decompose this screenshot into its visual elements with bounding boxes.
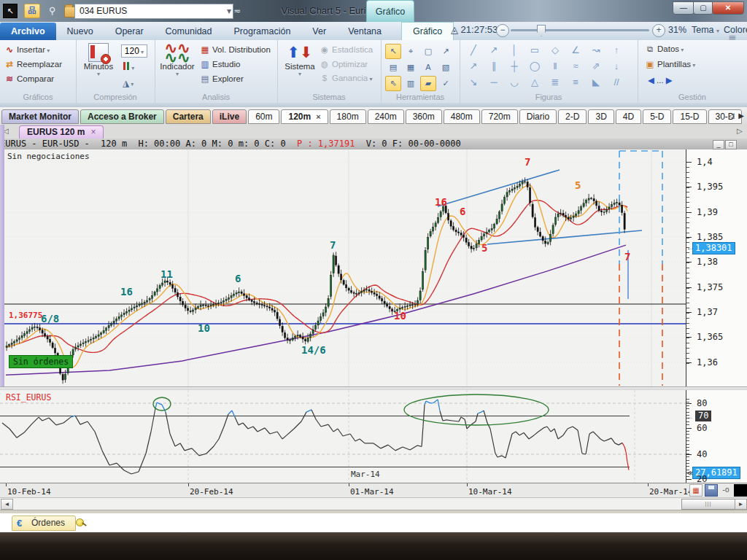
scrollbar-thumb[interactable]: ||| bbox=[681, 499, 735, 510]
tool-icon-10[interactable]: ▰ bbox=[420, 76, 436, 91]
timeframe-tab-15-d[interactable]: 15-D bbox=[673, 109, 706, 124]
timeframe-tab-180m[interactable]: 180m bbox=[330, 109, 366, 124]
figure-tool-icon-22[interactable]: ◣ bbox=[587, 75, 605, 90]
figure-tool-icon-0[interactable]: ╱ bbox=[464, 43, 483, 58]
chart-type-dropdown[interactable]: ◮▾ bbox=[123, 78, 133, 88]
figure-tool-icon-4[interactable]: ◇ bbox=[546, 43, 565, 58]
bar-style-dropdown[interactable]: ▾ bbox=[123, 62, 134, 72]
tool-icon-5[interactable]: ▦ bbox=[403, 60, 419, 75]
rsi-pane[interactable]: Mar-14 bbox=[0, 390, 686, 483]
zoom-in-button[interactable]: + bbox=[652, 24, 665, 37]
zoom-out-button[interactable]: − bbox=[496, 24, 509, 37]
workspace-tab-acceso-a-broker[interactable]: Acceso a Broker bbox=[80, 109, 164, 124]
quick-access-icon[interactable]: ≂ bbox=[233, 6, 241, 16]
figure-tool-icon-23[interactable]: // bbox=[607, 75, 626, 90]
figure-tool-icon-8[interactable]: ↗ bbox=[464, 59, 483, 74]
figure-tool-icon-3[interactable]: ▭ bbox=[525, 43, 544, 58]
ribbon-ganancia-button[interactable]: $Ganancia ▾ bbox=[320, 74, 372, 82]
context-tab-grafico[interactable]: Gráfico bbox=[366, 0, 414, 23]
figure-tool-icon-16[interactable]: ↘ bbox=[464, 75, 483, 90]
ribbon-vol--distribution-button[interactable]: ▦Vol. Distribution bbox=[200, 44, 271, 55]
black-square-icon[interactable] bbox=[734, 484, 747, 497]
timeframe-tab-5-d[interactable]: 5-D bbox=[643, 109, 671, 124]
figure-tool-icon-19[interactable]: △ bbox=[525, 75, 544, 90]
workspace-icon[interactable]: 品 bbox=[24, 4, 40, 18]
menu-tab-operar[interactable]: Operar bbox=[104, 23, 155, 41]
doc-scroll-right-icon[interactable]: ▷ bbox=[737, 127, 743, 135]
timeframe-tab-480m[interactable]: 480m bbox=[444, 109, 480, 124]
ribbon-estudio-button[interactable]: ▥Estudio bbox=[200, 59, 240, 69]
timeframe-tab-2-d[interactable]: 2-D bbox=[558, 109, 587, 124]
tool-icon-4[interactable]: ▤ bbox=[385, 60, 401, 75]
figure-tool-icon-17[interactable]: ─ bbox=[484, 75, 503, 90]
figure-tool-icon-10[interactable]: ┼ bbox=[505, 59, 524, 74]
timeframe-tab-60m[interactable]: 60m bbox=[248, 109, 279, 124]
timeframe-tab-360m[interactable]: 360m bbox=[406, 109, 442, 124]
tool-icon-8[interactable]: ⇖ bbox=[385, 76, 401, 91]
menu-tab-nuevo[interactable]: Nuevo bbox=[56, 23, 104, 41]
document-tab-close-icon[interactable]: × bbox=[90, 127, 96, 137]
figure-tool-icon-15[interactable]: ↓ bbox=[607, 59, 626, 74]
figure-tool-icon-20[interactable]: ≣ bbox=[546, 75, 565, 90]
combo-dropdown-icon[interactable]: ▾ bbox=[227, 4, 231, 18]
tool-icon-2[interactable]: ▢ bbox=[420, 44, 436, 59]
save-chart-icon[interactable] bbox=[705, 484, 718, 497]
ribbon-plantillas-dropdown[interactable]: ▣Plantillas ▾ bbox=[645, 59, 695, 69]
system-button[interactable]: ⬆⬇Sistema▾ bbox=[280, 43, 320, 77]
chart-pane-controls[interactable]: _□× bbox=[712, 140, 747, 148]
workspace-tab-ilive[interactable]: iLive bbox=[212, 109, 247, 124]
tool-icon-9[interactable]: ▥ bbox=[403, 76, 419, 91]
document-tab-eurus[interactable]: EURUS 120 m× bbox=[19, 125, 104, 139]
figure-tool-icon-5[interactable]: ∠ bbox=[566, 43, 585, 58]
rsi-chart[interactable]: Mar-14 bbox=[0, 390, 686, 483]
figure-tool-icon-6[interactable]: ↝ bbox=[587, 43, 605, 58]
timeframe-tab-3d[interactable]: 3D bbox=[588, 109, 614, 124]
figure-tool-icon-13[interactable]: ≈ bbox=[566, 59, 585, 74]
timeframe-tab-240m[interactable]: 240m bbox=[368, 109, 404, 124]
figure-tool-icon-21[interactable]: ≡ bbox=[566, 75, 585, 90]
figure-tool-icon-2[interactable]: │ bbox=[505, 43, 524, 58]
figure-tool-icon-12[interactable]: ‖ bbox=[546, 59, 565, 74]
timeframe-tab-120m[interactable]: 120m× bbox=[281, 109, 328, 124]
ribbon-reemplazar-button[interactable]: ⇄Reemplazar bbox=[4, 59, 62, 69]
figure-tool-icon-11[interactable]: ◯ bbox=[525, 59, 544, 74]
chart-type-icon[interactable]: ▦ bbox=[689, 484, 703, 497]
menu-tab-programación[interactable]: Programación bbox=[223, 23, 302, 41]
tool-icon-6[interactable]: A bbox=[420, 60, 436, 75]
ribbon-insertar-button[interactable]: ∿Insertar ▾ bbox=[4, 44, 50, 55]
ribbon-datos-dropdown[interactable]: ⧉Datos ▾ bbox=[645, 44, 684, 54]
tool-icon-0[interactable]: ↖ bbox=[385, 44, 401, 59]
figure-tool-icon-9[interactable]: ∥ bbox=[484, 59, 503, 74]
timeframe-tab-4d[interactable]: 4D bbox=[616, 109, 641, 124]
timeframe-tab-diario[interactable]: Diario bbox=[519, 109, 557, 124]
rsi-axis[interactable]: ← 70 ≪ 27,61891 80604020 bbox=[686, 390, 747, 483]
menu-tab-comunidad[interactable]: Comunidad bbox=[155, 23, 223, 41]
gestion-nav[interactable]: ◀ ... ▶ bbox=[648, 75, 673, 85]
pin-icon[interactable]: -o bbox=[720, 484, 732, 495]
horizontal-scrollbar[interactable] bbox=[0, 497, 747, 510]
price-axis[interactable]: ← 1,38301 1,41,3951,391,3851,381,3751,37… bbox=[686, 149, 747, 386]
tool-icon-11[interactable]: ✓ bbox=[438, 76, 454, 91]
ribbon-comparar-button[interactable]: ≋Comparar bbox=[4, 74, 54, 84]
maximize-button[interactable]: ▢ bbox=[693, 1, 713, 15]
indicator-button[interactable]: ∿∿∿∿Indicador▾ bbox=[158, 43, 197, 77]
timeframe-close-icon[interactable]: × bbox=[316, 112, 320, 121]
symbol-combo[interactable]: 034 EURUS ▾ bbox=[74, 4, 233, 19]
menu-tab-ventana[interactable]: Ventana bbox=[337, 23, 392, 41]
scroll-right-icon[interactable]: ► bbox=[735, 499, 747, 510]
candlestick-chart[interactable]: 161167106/814/61,36775166757105 bbox=[0, 149, 686, 386]
tool-icon-1[interactable]: ⌖ bbox=[403, 44, 419, 59]
compression-minutes-button[interactable]: Minutos▾ bbox=[79, 43, 118, 77]
pushpin-icon[interactable] bbox=[74, 517, 88, 529]
minimize-button[interactable]: — bbox=[673, 1, 694, 15]
key-icon[interactable]: ⚲ bbox=[47, 4, 58, 18]
date-axis[interactable]: 10-Feb-1420-Feb-1401-Mar-1410-Mar-1420-M… bbox=[0, 483, 747, 498]
app-icon[interactable]: ↖ bbox=[3, 4, 18, 18]
timeframe-tab-720m[interactable]: 720m bbox=[481, 109, 518, 124]
compression-value-box[interactable]: 120 ▾ bbox=[121, 44, 147, 58]
ribbon-estadstica-button[interactable]: ◉Estadística bbox=[320, 44, 373, 55]
figure-tool-icon-1[interactable]: ↗ bbox=[484, 43, 503, 58]
menu-tab-ver[interactable]: Ver bbox=[301, 23, 337, 41]
figure-tool-icon-14[interactable]: ⇗ bbox=[587, 59, 605, 74]
workspace-tab-cartera[interactable]: Cartera bbox=[166, 109, 211, 124]
